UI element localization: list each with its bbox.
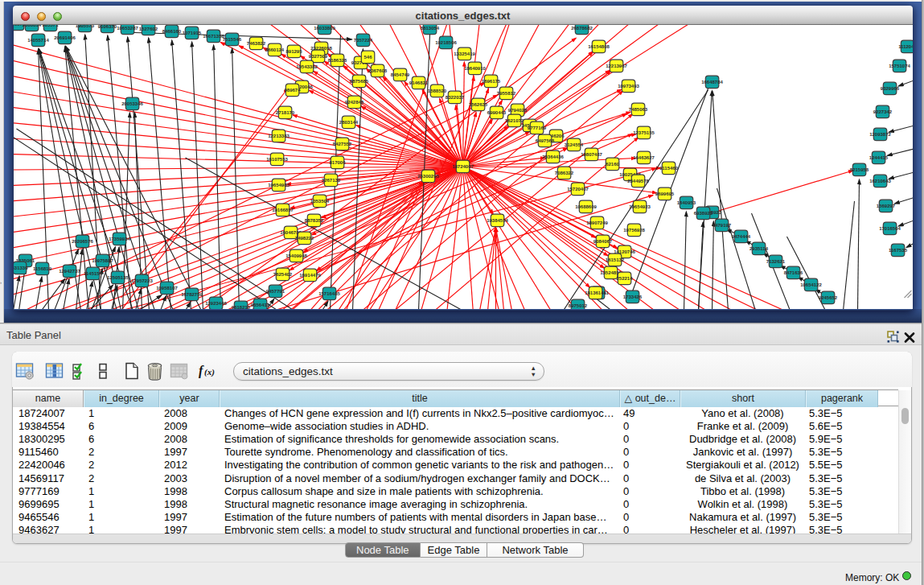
svg-text:19218506: 19218506 <box>435 40 457 45</box>
svg-text:891295: 891295 <box>285 49 302 54</box>
svg-text:8660124: 8660124 <box>265 47 285 52</box>
svg-text:19654983: 19654983 <box>268 183 290 187</box>
svg-text:9777169: 9777169 <box>528 126 547 130</box>
svg-text:331339: 331339 <box>14 266 28 270</box>
svg-text:9618215: 9618215 <box>232 305 251 309</box>
svg-text:17016504: 17016504 <box>879 226 901 231</box>
svg-text:8875685: 8875685 <box>350 79 369 84</box>
svg-text:8975012: 8975012 <box>569 303 588 308</box>
svg-text:16914479: 16914479 <box>299 273 321 278</box>
svg-text:1569297: 1569297 <box>877 204 896 208</box>
svg-text:252214: 252214 <box>616 276 633 281</box>
svg-text:1156819: 1156819 <box>33 266 52 271</box>
svg-text:16782759: 16782759 <box>181 292 203 297</box>
svg-text:20053346: 20053346 <box>121 101 143 106</box>
svg-text:1112047: 1112047 <box>898 44 913 49</box>
svg-text:15716485: 15716485 <box>318 291 340 296</box>
svg-text:7515546: 7515546 <box>223 37 242 42</box>
svg-text:19654923: 19654923 <box>629 204 651 209</box>
svg-text:6497568: 6497568 <box>536 138 555 143</box>
svg-text:10973493: 10973493 <box>618 84 639 89</box>
svg-text:10543382: 10543382 <box>296 64 318 69</box>
svg-text:1145154: 1145154 <box>84 271 103 276</box>
svg-text:6990443: 6990443 <box>487 110 507 115</box>
svg-text:9329966: 9329966 <box>881 86 900 91</box>
svg-text:1167535: 1167535 <box>889 248 908 253</box>
svg-text:3267130: 3267130 <box>322 178 341 183</box>
svg-text:10807487: 10807487 <box>581 152 602 157</box>
svg-text:989674: 989674 <box>284 88 301 93</box>
svg-text:1696175: 1696175 <box>482 79 501 84</box>
svg-text:10653287: 10653287 <box>117 26 138 31</box>
svg-text:15409948: 15409948 <box>285 253 307 258</box>
svg-text:2935114: 2935114 <box>749 246 769 251</box>
svg-text:2367608: 2367608 <box>368 68 388 73</box>
svg-text:7485063: 7485063 <box>629 107 648 112</box>
svg-text:15751074: 15751074 <box>889 64 910 68</box>
svg-text:7132621: 7132621 <box>766 259 786 264</box>
svg-text:7463822: 7463822 <box>247 41 266 46</box>
svg-text:17957223: 17957223 <box>131 278 153 283</box>
svg-text:10688609: 10688609 <box>575 204 597 209</box>
svg-text:1588520: 1588520 <box>428 89 447 93</box>
svg-text:62160: 62160 <box>606 162 619 167</box>
svg-text:9656412: 9656412 <box>251 303 270 307</box>
svg-text:9242848: 9242848 <box>345 100 364 105</box>
svg-text:17359934: 17359934 <box>109 237 130 241</box>
svg-text:19756928: 19756928 <box>623 228 645 233</box>
svg-text:19975887: 19975887 <box>92 258 113 263</box>
svg-text:(x): (x) <box>204 367 215 377</box>
svg-text:9106370: 9106370 <box>98 25 117 29</box>
svg-text:546: 546 <box>363 55 372 60</box>
svg-text:12213383: 12213383 <box>268 134 290 138</box>
svg-text:12093872: 12093872 <box>869 132 891 137</box>
svg-text:10958107: 10958107 <box>156 286 178 290</box>
svg-text:1615132: 1615132 <box>606 257 625 262</box>
svg-text:7086322: 7086322 <box>555 171 574 175</box>
svg-text:14055714: 14055714 <box>27 38 49 43</box>
svg-text:7625402: 7625402 <box>273 272 293 277</box>
svg-text:20691406: 20691406 <box>54 35 76 40</box>
svg-text:19384554: 19384554 <box>487 218 508 223</box>
svg-text:7357224: 7357224 <box>354 38 373 43</box>
svg-text:9457791: 9457791 <box>266 289 285 294</box>
svg-text:8322037: 8322037 <box>446 95 465 100</box>
svg-text:18907249: 18907249 <box>586 220 608 225</box>
svg-text:f: f <box>199 364 204 378</box>
svg-text:23449578: 23449578 <box>627 179 649 183</box>
svg-text:9227342: 9227342 <box>873 109 893 114</box>
svg-text:9146821: 9146821 <box>409 80 429 85</box>
svg-text:8878352: 8878352 <box>305 218 324 223</box>
svg-text:16648784: 16648784 <box>701 80 723 84</box>
svg-text:8427552: 8427552 <box>333 142 352 146</box>
svg-text:18724007: 18724007 <box>452 164 474 169</box>
svg-text:18640910: 18640910 <box>464 66 486 71</box>
svg-text:2718170: 2718170 <box>276 110 295 115</box>
svg-text:8466160: 8466160 <box>162 29 182 34</box>
svg-text:8454749: 8454749 <box>391 72 410 77</box>
svg-text:3498222: 3498222 <box>295 236 314 241</box>
svg-text:9474444: 9474444 <box>732 234 751 239</box>
svg-text:1640953: 1640953 <box>677 200 696 205</box>
svg-text:8813054: 8813054 <box>421 26 440 31</box>
svg-text:26878682: 26878682 <box>571 26 593 31</box>
svg-text:12505135: 12505135 <box>107 275 129 280</box>
svg-text:12942737: 12942737 <box>59 269 80 274</box>
svg-text:1562635: 1562635 <box>469 102 488 107</box>
svg-text:7955812: 7955812 <box>497 91 516 96</box>
svg-text:1353504: 1353504 <box>310 199 330 204</box>
svg-text:8215958: 8215958 <box>850 167 869 172</box>
svg-text:16463627: 16463627 <box>633 155 655 160</box>
svg-text:1527602: 1527602 <box>139 27 158 31</box>
svg-text:16210643: 16210643 <box>869 179 891 183</box>
svg-text:9084067: 9084067 <box>593 239 613 244</box>
svg-text:19166857: 19166857 <box>272 208 294 212</box>
svg-text:905571: 905571 <box>42 25 59 27</box>
svg-text:8186328: 8186328 <box>328 58 347 63</box>
svg-text:1733426: 1733426 <box>623 295 643 299</box>
svg-text:1905573: 1905573 <box>76 25 95 28</box>
svg-text:14136141: 14136141 <box>585 290 606 295</box>
svg-text:13325419: 13325419 <box>454 51 475 56</box>
svg-text:15720407: 15720407 <box>567 187 589 192</box>
svg-text:1244415: 1244415 <box>869 155 889 160</box>
